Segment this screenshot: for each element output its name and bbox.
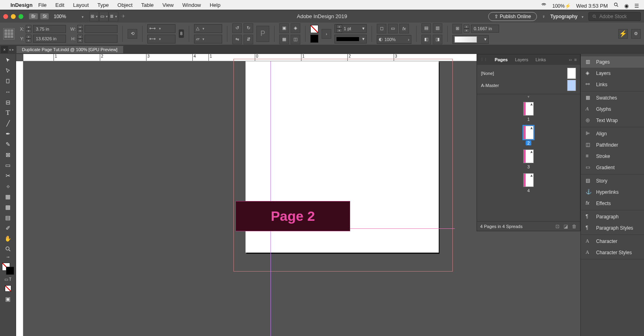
tab-pages[interactable]: Pages — [495, 57, 508, 62]
leading-icon[interactable]: ⊞ — [452, 24, 462, 33]
scale-y[interactable]: ⟷ — [147, 35, 175, 44]
tab-links[interactable]: Links — [535, 57, 546, 62]
vertical-ruler[interactable] — [16, 61, 23, 336]
dock-paragraph[interactable]: ¶Paragraph — [581, 211, 644, 222]
apply-none[interactable] — [2, 284, 14, 293]
gradient-preview[interactable]: ▾ — [452, 35, 489, 44]
view-options-3[interactable]: ≣ — [109, 12, 118, 21]
page-tool[interactable] — [2, 77, 14, 86]
wrap-1-icon[interactable]: ▤ — [421, 23, 431, 33]
fx-icon[interactable]: fx — [399, 24, 409, 33]
page-thumb-1[interactable]: A1 — [523, 102, 534, 122]
type-tool[interactable]: T — [2, 108, 14, 118]
menu-object[interactable]: Object — [118, 2, 133, 8]
text-frame[interactable]: Page 2 — [235, 201, 350, 231]
tab-layers[interactable]: Layers — [515, 57, 528, 62]
link-scale-icon[interactable]: 𝟠 — [179, 29, 184, 38]
menu-layout[interactable]: Layout — [73, 2, 89, 8]
feather-icon[interactable]: ◨ — [433, 35, 442, 44]
fill-swatch[interactable] — [310, 25, 318, 33]
stroke-style[interactable]: ▾ — [334, 35, 367, 44]
free-transform-tool[interactable]: ⟐ — [2, 181, 14, 191]
dock-swatches[interactable]: ▦Swatches — [581, 92, 644, 104]
stock-badge[interactable]: St — [40, 13, 49, 19]
fit-frame-icon[interactable]: ◈ — [291, 23, 300, 33]
quick-apply-icon[interactable]: ⚡ — [618, 29, 628, 39]
leading-field[interactable]: 0.1667 in — [471, 25, 499, 33]
direct-selection-tool[interactable] — [2, 66, 14, 76]
menu-type[interactable]: Type — [97, 2, 109, 8]
master-none[interactable]: [None] — [481, 71, 494, 76]
rectangle-tool[interactable]: ▭ — [2, 160, 14, 170]
selection-tool[interactable] — [2, 56, 14, 65]
menu-list-icon[interactable]: ☰ — [634, 3, 639, 9]
app-name[interactable]: InDesign — [10, 2, 33, 8]
opacity[interactable]: ◐ 100%› — [377, 35, 411, 44]
h-field[interactable] — [85, 35, 118, 43]
new-page-icon[interactable]: ◪ — [564, 224, 568, 229]
minimize-window[interactable] — [11, 14, 16, 19]
workspace-switcher[interactable]: Typography — [550, 14, 584, 19]
maximize-window[interactable] — [19, 14, 23, 19]
publish-online-button[interactable]: ⇪ Publish Online — [488, 12, 537, 21]
masters-divider[interactable]: ▼ — [477, 95, 580, 99]
swatch-dropdown[interactable]: › — [322, 29, 331, 39]
dock-pathfinder[interactable]: ◫Pathfinder — [581, 139, 644, 151]
hand-tool[interactable]: ✋ — [2, 234, 14, 243]
dock-layers[interactable]: ◈Layers — [581, 68, 644, 79]
dock-character[interactable]: ACharacter — [581, 236, 644, 247]
rotate-ccw-icon[interactable]: ↺ — [232, 23, 242, 33]
pen-tool[interactable]: ✒ — [2, 129, 14, 139]
dock-character-styles[interactable]: ACharacter Styles — [581, 247, 644, 258]
panel-grip[interactable]: ⋮⋮ — [480, 58, 487, 62]
gradient-feather-tool[interactable]: ▩ — [2, 202, 14, 212]
zoom-tool[interactable] — [2, 244, 14, 254]
y-stepper[interactable]: ▲▼ — [26, 35, 31, 43]
rotate-field[interactable]: △ — [194, 24, 222, 33]
dock-hyperlinks[interactable]: ⚓Hyperlinks — [581, 187, 644, 198]
fit-prop-icon[interactable]: ◫ — [291, 35, 300, 44]
zoom-level[interactable]: 100% — [54, 14, 78, 19]
dock-story[interactable]: ▤Story — [581, 175, 644, 187]
menu-window[interactable]: Window — [182, 2, 201, 8]
rotate-cw-icon[interactable]: ↻ — [244, 23, 253, 33]
content-collector-tool[interactable]: ⊟ — [2, 97, 14, 107]
scale-x[interactable]: ⟷ — [147, 24, 175, 33]
rectangle-frame-tool[interactable]: ⊠ — [2, 150, 14, 160]
adobe-stock-search[interactable]: Adobe Stock — [588, 12, 641, 21]
w-field[interactable] — [85, 25, 118, 33]
master-a[interactable]: A-Master — [481, 83, 499, 88]
gpu-icon[interactable]: ✈ — [118, 12, 128, 21]
master-none-thumb[interactable] — [567, 68, 576, 79]
horizontal-ruler[interactable]: 1 2 3 4 1 0 1 2 3 — [23, 54, 541, 61]
wifi-icon[interactable] — [541, 1, 547, 8]
gap-tool[interactable]: ↔ — [2, 87, 14, 97]
fill-stroke-proxy[interactable] — [2, 263, 14, 275]
frame-icon[interactable]: ▭ — [388, 24, 398, 33]
edit-page-size-icon[interactable]: ⊡ — [555, 224, 559, 229]
y-field[interactable]: 13.6326 in — [33, 35, 66, 43]
menu-edit[interactable]: Edit — [55, 2, 64, 8]
corner-icon[interactable]: ◻ — [377, 24, 386, 33]
line-tool[interactable]: ╱ — [2, 118, 14, 128]
help-tip-icon[interactable]: ♀ — [542, 14, 545, 19]
note-tool[interactable]: ▤ — [2, 213, 14, 222]
document-tab[interactable]: Duplicate Page Tut.indd @ 100% [GPU Prev… — [17, 46, 123, 53]
scissors-tool[interactable]: ✂ — [2, 171, 14, 180]
spotlight-icon[interactable] — [613, 2, 619, 8]
panel-menu-icon[interactable]: ⚙ — [631, 29, 641, 39]
vertical-guide[interactable] — [270, 61, 271, 336]
menu-table[interactable]: Table — [141, 2, 154, 8]
view-options-1[interactable]: ⊞ — [89, 12, 99, 21]
reference-point[interactable] — [3, 28, 14, 39]
stroke-weight[interactable]: ▲▼1 pt▾ — [334, 24, 367, 33]
close-doc-icon[interactable]: × — [1, 46, 8, 53]
delete-page-icon[interactable]: 🗑 — [572, 224, 577, 229]
page-thumb-4[interactable]: A4 — [523, 173, 534, 193]
eyedropper-tool[interactable]: ✐ — [2, 223, 14, 233]
center-content-icon[interactable]: ▦ — [279, 35, 289, 44]
gradient-swatch-tool[interactable]: ▦ — [2, 192, 14, 201]
tab-scroll[interactable]: ◂ ▸ — [9, 48, 14, 52]
dock-stroke[interactable]: ≡Stroke — [581, 151, 644, 162]
menu-file[interactable]: File — [38, 2, 47, 8]
